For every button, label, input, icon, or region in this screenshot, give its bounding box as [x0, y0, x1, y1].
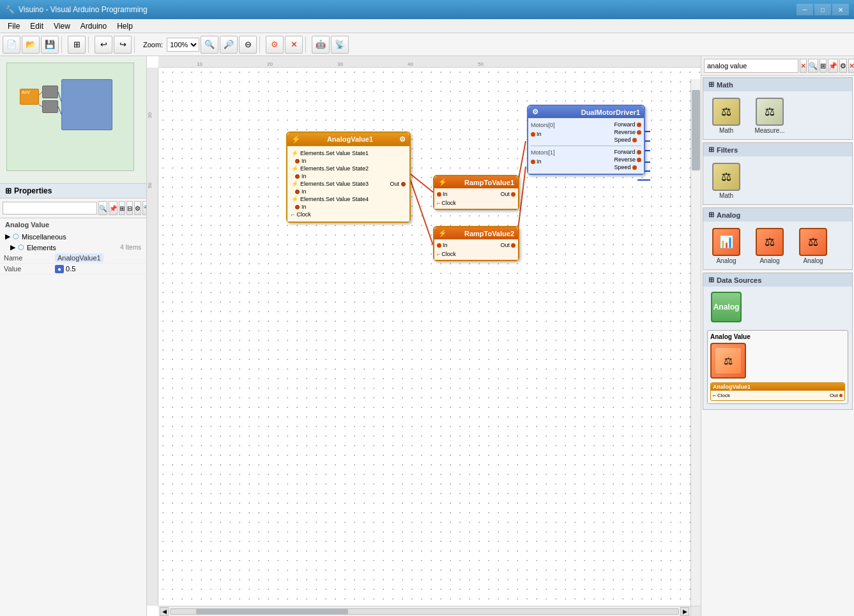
hscroll-left-btn[interactable]: ◀ — [160, 607, 169, 616]
properties-search-input[interactable] — [3, 202, 97, 214]
clock-label: Clock — [296, 211, 311, 218]
pin-row-3: ⚡ Elements.Set Value State3 — [291, 181, 369, 187]
motor-forward0-pin: In — [531, 130, 555, 139]
ramp2-out-pin: Out — [500, 242, 515, 248]
comp-measure[interactable]: ⚖ Measure... — [749, 94, 790, 137]
props-wrench-btn[interactable]: 🔧 — [142, 201, 146, 215]
comp-ds-analog-icon: Analog — [711, 292, 742, 322]
motor-body: Motors[0] In Forward — [528, 118, 644, 174]
pin-label-4: Elements.Set Value State4 — [300, 196, 369, 202]
prop-value-value[interactable]: ● 0.5 — [51, 264, 146, 274]
svg-line-3 — [58, 107, 61, 114]
analog-value-icon: ⚡ — [291, 135, 301, 144]
hscroll-thumb[interactable] — [196, 609, 349, 614]
search-close-btn[interactable]: ✕ — [848, 59, 854, 73]
search-go-btn[interactable]: 🔍 — [808, 59, 818, 73]
comp-analog-2[interactable]: ⚖ Analog — [749, 224, 790, 267]
mini-preview-header: AnalogValue1 — [711, 383, 844, 391]
canvas-wrapper[interactable]: 10 20 30 40 50 30 50 — [147, 56, 701, 616]
maximize-button[interactable]: □ — [814, 4, 831, 15]
delete-button[interactable]: ✕ — [285, 36, 303, 54]
prop-name-value: AnalogValue1 — [51, 253, 146, 264]
menubar: File Edit View Arduino Help — [0, 19, 854, 33]
comp-filters-math[interactable]: ⚖ Math — [706, 159, 747, 202]
vertical-scrollbar[interactable] — [690, 79, 701, 616]
ramp2-clock-pin: ⌐ Clock — [437, 251, 456, 257]
props-collapse-btn[interactable]: ⊟ — [126, 201, 133, 215]
zoom-select[interactable]: 100% 50% 75% 125% 150% 200% — [167, 38, 199, 52]
props-search-btn[interactable]: 🔍 — [98, 201, 107, 215]
comp-math[interactable]: ⚖ Math — [706, 94, 747, 137]
tree-miscellaneous[interactable]: ▶ ⬡ Miscellaneous — [0, 231, 146, 242]
preview-area: AnV — [0, 56, 146, 184]
motor-divider — [531, 146, 641, 146]
props-settings-btn[interactable]: ⚙ — [134, 201, 141, 215]
tree-miscellaneous-label: Miscellaneous — [22, 233, 66, 241]
zoom-in-button[interactable]: 🔍 — [201, 36, 218, 54]
ruler-mark-20: 20 — [267, 61, 273, 67]
mini-out-dot — [839, 394, 843, 397]
menu-help[interactable]: Help — [112, 20, 138, 32]
search-settings-btn[interactable]: ⚙ — [839, 59, 847, 73]
ramp-to-value2-block[interactable]: ⚡ RampToValue2 In ⌐ — [433, 226, 519, 261]
fwd0-dot — [637, 123, 641, 127]
ramp1-clock-icon: ⌐ — [437, 200, 440, 206]
category-datasources-header[interactable]: ⊞ Data Sources — [703, 273, 852, 287]
category-analog-header[interactable]: ⊞ Analog — [703, 208, 852, 222]
mini-pin-out: Out — [830, 393, 843, 398]
analog-value-block[interactable]: ⚡ AnalogValue1 ⚙ ⚡ Elements.Set Value St… — [286, 131, 411, 223]
horizontal-scrollbar[interactable]: ◀ ▶ — [158, 606, 690, 616]
category-math-header[interactable]: ⊞ Math — [703, 78, 852, 91]
tree-elements[interactable]: ▶ ⬡ Elements 4 Items — [0, 242, 146, 253]
compile-button[interactable]: ⚙ — [266, 36, 284, 54]
comp-analog-1[interactable]: 📊 Analog — [706, 224, 747, 267]
toolbar-separator-4 — [259, 36, 263, 53]
menu-edit[interactable]: Edit — [25, 20, 49, 32]
hscroll-right-btn[interactable]: ▶ — [680, 607, 689, 616]
open-button[interactable]: 📂 — [22, 36, 40, 54]
comp-ds-analog[interactable]: Analog — [706, 289, 747, 325]
pin-dot-out — [401, 182, 406, 186]
ramp-to-value1-block[interactable]: ⚡ RampToValue1 In ⌐ — [433, 175, 519, 210]
redo-button[interactable]: ↪ — [114, 36, 132, 54]
grid-button[interactable]: ⊞ — [68, 36, 86, 54]
search-clear-btn[interactable]: ✕ — [800, 59, 807, 73]
properties-panel: ⊞ Properties 🔍 📌 ⊞ ⊟ ⚙ 🔧 ✕ Analog Value … — [0, 184, 146, 616]
motor-spd1: Speed — [614, 163, 641, 171]
props-expand-btn[interactable]: ⊞ — [119, 201, 125, 215]
zoom-fit-button[interactable]: 🔎 — [220, 36, 238, 54]
search-pin-btn[interactable]: 📌 — [828, 59, 838, 73]
close-button[interactable]: ✕ — [832, 4, 849, 15]
minimize-button[interactable]: ─ — [797, 4, 813, 15]
cat-analog-label: Analog — [717, 211, 740, 219]
category-filters-header[interactable]: ⊞ Filters — [703, 143, 852, 156]
category-math-body: ⚖ Math ⚖ Measure... — [703, 91, 852, 139]
category-analog: ⊞ Analog 📊 Analog ⚖ Analog — [703, 207, 853, 270]
mini-preview-pins: ⌐ Clock Out — [713, 393, 843, 398]
analog-value-settings-icon[interactable]: ⚙ — [399, 135, 406, 144]
analog-value-preview-card[interactable]: Analog Value ⚖ AnalogValue1 ⌐ Clock — [707, 330, 848, 404]
menu-arduino[interactable]: Arduino — [75, 20, 112, 32]
menu-view[interactable]: View — [49, 20, 75, 32]
ramp1-out-pin: Out — [500, 191, 515, 197]
search-toolbar-btn[interactable]: ⊞ — [820, 59, 827, 73]
analog1-icon-img: 📊 — [712, 228, 740, 256]
component-search-input[interactable] — [704, 59, 798, 73]
upload-button[interactable]: 📡 — [331, 36, 349, 54]
save-button[interactable]: 💾 — [41, 36, 59, 54]
analog-value-mini-preview: AnalogValue1 ⌐ Clock Out — [710, 382, 845, 401]
motor-fwd0: Forward — [614, 121, 641, 128]
undo-button[interactable]: ↩ — [95, 36, 112, 54]
props-pin-btn[interactable]: 📌 — [109, 201, 118, 215]
vscroll-thumb[interactable] — [692, 90, 700, 170]
pin-row-2: ⚡ Elements.Set Value State2 — [291, 165, 369, 172]
pin-row-1: ⚡ Elements.Set Value State1 — [291, 150, 369, 156]
arduino-button[interactable]: 🤖 — [312, 36, 330, 54]
dual-motor-driver-block[interactable]: ⚙ DualMotorDriver1 Motors[0] In — [527, 105, 645, 175]
menu-file[interactable]: File — [3, 20, 25, 32]
comp-analog-3[interactable]: ⚖ Analog — [793, 224, 834, 267]
app-title-area: 🔧 Visuino - Visual Arduino Programming — [5, 5, 797, 14]
zoom-out-button[interactable]: ⊖ — [239, 36, 257, 54]
ramp1-clock-pin: ⌐ Clock — [437, 200, 456, 206]
new-button[interactable]: 📄 — [3, 36, 20, 54]
